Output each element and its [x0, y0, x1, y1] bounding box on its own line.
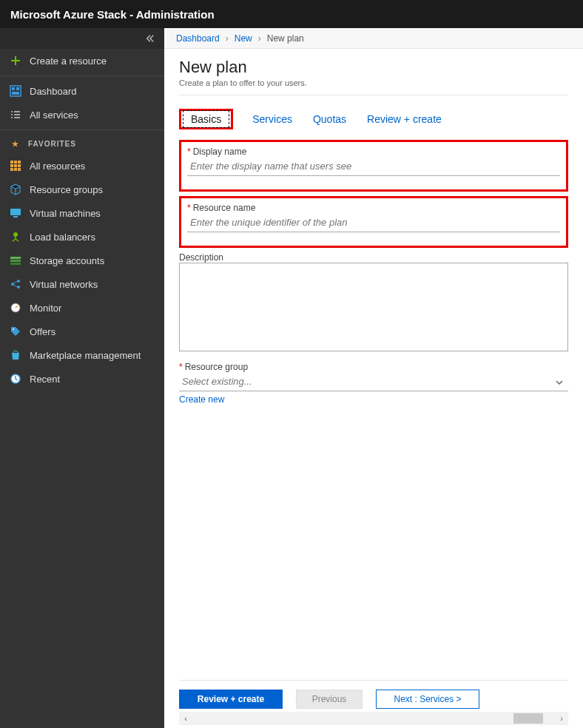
grid-icon [9, 159, 22, 172]
svg-rect-12 [18, 168, 21, 171]
svg-rect-2 [16, 87, 19, 90]
cube-icon [9, 183, 22, 196]
svg-rect-11 [14, 168, 17, 171]
wizard-footer: Review + create Previous Next : Services… [179, 680, 568, 709]
resource-group-label: *Resource group [179, 362, 568, 372]
create-new-link[interactable]: Create new [179, 394, 224, 405]
chevron-double-left-icon [144, 32, 157, 45]
svg-point-15 [13, 232, 18, 237]
app-title: Microsoft Azure Stack - Administration [10, 8, 215, 21]
svg-rect-17 [10, 260, 21, 262]
highlight-box: *Resource name [179, 196, 568, 248]
load-balancer-icon [9, 230, 22, 243]
shopping-bag-icon [9, 348, 22, 362]
breadcrumb: Dashboard › New › New plan [164, 28, 583, 49]
sidebar-item-load-balancers[interactable]: Load balancers [0, 225, 164, 249]
svg-rect-16 [10, 257, 21, 259]
sidebar-item-label: Virtual machines [30, 208, 101, 219]
sidebar-item-label: Virtual networks [30, 279, 98, 290]
sidebar-item-label: All services [30, 109, 78, 121]
next-button[interactable]: Next : Services > [376, 690, 479, 709]
svg-point-23 [13, 328, 14, 330]
main-panel: Dashboard › New › New plan New plan Crea… [164, 28, 583, 728]
resource-name-label: *Resource name [187, 203, 560, 213]
sidebar-item-offers[interactable]: Offers [0, 320, 164, 343]
chevron-right-icon: › [226, 33, 229, 44]
highlight-box: *Display name [179, 140, 568, 192]
sidebar-item-label: All resources [30, 161, 85, 172]
svg-rect-9 [18, 164, 21, 167]
sidebar-item-label: Recent [30, 374, 60, 385]
sidebar-item-virtual-networks[interactable]: Virtual networks [0, 272, 164, 296]
tab-basics[interactable]: Basics [183, 110, 229, 128]
description-textarea[interactable] [179, 263, 568, 351]
svg-rect-14 [13, 216, 18, 218]
dashboard-icon [9, 84, 22, 98]
sidebar-item-label: Storage accounts [30, 255, 104, 266]
sidebar-dashboard[interactable]: Dashboard [0, 79, 164, 103]
sidebar-favorites-header: ★ FAVORITES [0, 133, 164, 154]
tag-icon [9, 325, 22, 338]
sidebar-item-label: Create a resource [30, 55, 107, 67]
sidebar-item-marketplace[interactable]: Marketplace management [0, 343, 164, 367]
svg-rect-7 [10, 164, 13, 167]
svg-rect-6 [18, 161, 21, 164]
sidebar-item-recent[interactable]: Recent [0, 367, 164, 391]
sidebar-item-label: Dashboard [30, 86, 77, 97]
tab-services[interactable]: Services [251, 110, 294, 128]
sidebar-collapse-button[interactable] [0, 28, 164, 49]
sidebar-item-label: Monitor [30, 303, 61, 314]
page-title: New plan [179, 58, 568, 77]
sidebar-item-label: Offers [30, 326, 55, 337]
tab-quotas[interactable]: Quotas [311, 110, 348, 128]
sidebar-item-storage-accounts[interactable]: Storage accounts [0, 249, 164, 272]
resource-group-select[interactable]: Select existing... [179, 372, 568, 391]
sidebar-item-label: Marketplace management [30, 350, 141, 361]
sidebar-item-all-resources[interactable]: All resources [0, 154, 164, 178]
sidebar-item-resource-groups[interactable]: Resource groups [0, 178, 164, 201]
sidebar-all-services[interactable]: All services [0, 103, 164, 127]
svg-rect-3 [12, 92, 19, 95]
favorites-label: FAVORITES [28, 140, 76, 148]
tab-review-create[interactable]: Review + create [365, 110, 443, 128]
gauge-icon [9, 301, 22, 314]
review-create-button[interactable]: Review + create [179, 690, 283, 709]
sidebar-item-monitor[interactable]: Monitor [0, 296, 164, 320]
star-icon: ★ [9, 137, 22, 150]
clock-icon [9, 372, 22, 385]
plus-icon [9, 54, 22, 67]
sidebar-create-resource[interactable]: Create a resource [0, 49, 164, 73]
scroll-right-icon[interactable]: › [555, 714, 568, 723]
sidebar-item-virtual-machines[interactable]: Virtual machines [0, 201, 164, 225]
description-label: Description [179, 252, 568, 263]
svg-rect-18 [10, 263, 21, 265]
svg-rect-1 [12, 87, 15, 90]
network-icon [9, 277, 22, 291]
svg-rect-4 [10, 161, 13, 164]
app-header: Microsoft Azure Stack - Administration [0, 0, 583, 28]
display-name-input[interactable] [187, 157, 560, 176]
sidebar-item-label: Resource groups [30, 184, 103, 195]
display-name-label: *Display name [187, 146, 560, 157]
chevron-right-icon: › [258, 33, 261, 44]
sidebar-item-label: Load balancers [30, 232, 95, 243]
svg-rect-13 [10, 209, 21, 215]
page-subtitle: Create a plan to offer to your users. [179, 78, 568, 87]
resource-name-input[interactable] [187, 213, 560, 232]
tab-bar: Basics Services Quotas Review + create [179, 109, 568, 129]
svg-rect-5 [14, 161, 17, 164]
breadcrumb-new[interactable]: New [235, 33, 252, 44]
breadcrumb-dashboard[interactable]: Dashboard [176, 33, 220, 44]
list-icon [9, 108, 22, 121]
highlight-box: Basics [179, 109, 233, 129]
svg-rect-8 [14, 164, 17, 167]
previous-button: Previous [296, 690, 363, 709]
sidebar: Create a resource Dashboard All services… [0, 28, 164, 728]
svg-rect-10 [10, 168, 13, 171]
storage-icon [9, 254, 22, 267]
monitor-icon [9, 206, 22, 220]
scrollbar-thumb[interactable] [513, 713, 543, 724]
scroll-left-icon[interactable]: ‹ [179, 714, 192, 723]
horizontal-scrollbar[interactable]: ‹ › [179, 712, 568, 725]
breadcrumb-current: New plan [267, 33, 304, 44]
